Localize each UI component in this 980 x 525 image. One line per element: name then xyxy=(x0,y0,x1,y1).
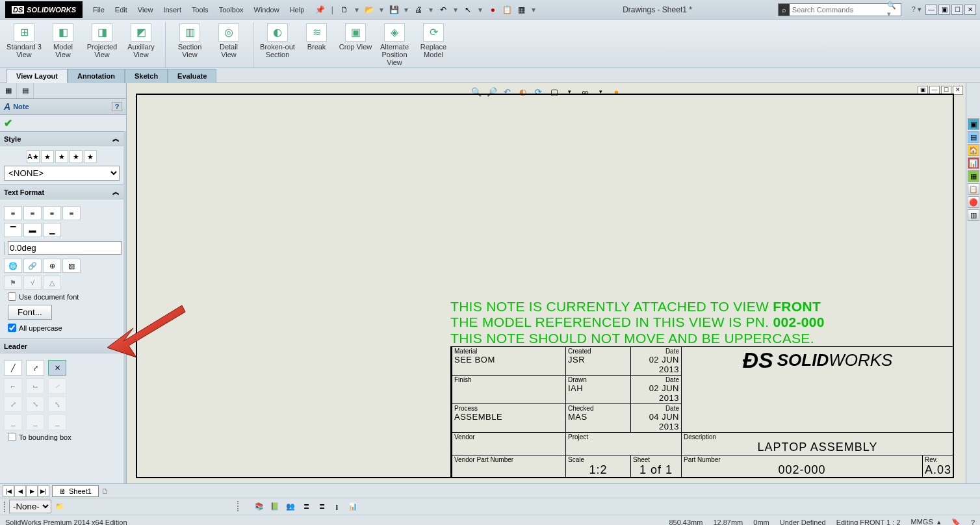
layer2-icon[interactable]: 📗 xyxy=(268,501,281,513)
add-symbol-icon[interactable]: ⊕ xyxy=(43,259,61,273)
search-commands[interactable]: ⌕ 🔍▾ xyxy=(778,3,901,16)
valign-bottom-icon[interactable]: ▁ xyxy=(43,223,61,237)
broken-out-section-button[interactable]: ◐Broken-out Section xyxy=(259,22,296,68)
select-icon[interactable]: ↖ xyxy=(463,5,473,15)
filter-icon[interactable]: 📁 xyxy=(55,502,64,511)
style-select[interactable]: <NONE> xyxy=(4,166,120,181)
property-manager-tab-icon[interactable]: ▤ xyxy=(17,83,34,98)
insert-hyperlink-icon[interactable]: 🌐 xyxy=(4,259,22,273)
to-bounding-box-checkbox[interactable] xyxy=(8,433,16,441)
menu-file[interactable]: File xyxy=(93,6,105,14)
help-button-icon[interactable]: ? xyxy=(112,102,122,111)
rgb-icon[interactable]: 🔴 xyxy=(968,196,979,208)
menu-toolbox[interactable]: Toolbox xyxy=(219,6,244,14)
align-left-icon[interactable]: ≡ xyxy=(4,206,22,220)
detail-view-button[interactable]: ◎Detail View xyxy=(210,22,248,60)
search-dropdown-icon[interactable]: 🔍▾ xyxy=(884,1,901,18)
add-sheet-icon[interactable]: 🗋 xyxy=(101,487,109,495)
align3-icon[interactable]: ⫿ xyxy=(331,501,344,513)
model-view-button[interactable]: ◧Model View xyxy=(44,22,82,60)
menu-view[interactable]: View xyxy=(138,6,153,14)
design-library-icon[interactable]: ▤ xyxy=(968,131,979,143)
all-uppercase-checkbox[interactable] xyxy=(8,324,16,332)
menu-window[interactable]: Window xyxy=(254,6,279,14)
break-button[interactable]: ≋Break xyxy=(298,22,335,68)
tab-view-layout[interactable]: View Layout xyxy=(6,69,68,83)
rebuild-icon[interactable]: ● xyxy=(487,5,498,15)
style-favorite-icon[interactable]: A★ xyxy=(27,150,40,163)
style-add-icon[interactable]: ★ xyxy=(41,150,54,163)
close-icon[interactable]: ✕ xyxy=(964,5,976,15)
forum-icon[interactable]: ▥ xyxy=(968,209,979,221)
align-center-icon[interactable]: ≡ xyxy=(23,206,42,220)
first-sheet-icon[interactable]: |◀ xyxy=(3,485,14,497)
options-icon[interactable]: 📋 xyxy=(502,5,512,15)
pattern-icon[interactable]: ▨ xyxy=(62,259,81,273)
status-help-icon[interactable]: ? xyxy=(971,519,975,525)
style-section-header[interactable]: Style︽ xyxy=(0,131,123,146)
alternate-position-view-button[interactable]: ◈Alternate Position View xyxy=(376,22,413,68)
auxiliary-view-button[interactable]: ◩Auxiliary View xyxy=(122,22,160,60)
style-delete-icon[interactable]: ★ xyxy=(55,150,68,163)
menu-help[interactable]: Help xyxy=(290,6,305,14)
last-sheet-icon[interactable]: ▶| xyxy=(38,485,49,497)
valign-middle-icon[interactable]: ▬ xyxy=(23,223,42,237)
undo-icon[interactable]: ↶ xyxy=(438,5,448,15)
restore-icon[interactable]: ▣ xyxy=(938,5,950,15)
menu-edit[interactable]: Edit xyxy=(115,6,127,14)
standard-3-view-button[interactable]: ⊞Standard 3 View xyxy=(5,22,43,60)
maximize-icon[interactable]: ☐ xyxy=(951,5,963,15)
open-icon[interactable]: 📂 xyxy=(364,5,374,15)
tab-evaluate[interactable]: Evaluate xyxy=(168,69,216,83)
tab-sketch[interactable]: Sketch xyxy=(125,69,168,83)
status-tag-icon[interactable]: 🔖 xyxy=(951,518,961,525)
save-icon[interactable]: 💾 xyxy=(389,5,399,15)
link-to-property-icon[interactable]: 🔗 xyxy=(23,259,42,273)
replace-model-button[interactable]: ⟳Replace Model xyxy=(415,22,452,68)
angle-spinner[interactable]: ▲▼ xyxy=(124,242,126,255)
filter-select[interactable]: -None- xyxy=(9,500,51,513)
layer3-icon[interactable]: 👥 xyxy=(284,501,297,513)
print-icon[interactable]: 🖨 xyxy=(413,5,424,15)
feature-tree-tab-icon[interactable]: ▦ xyxy=(0,83,17,98)
help-icon[interactable]: ? ▾ xyxy=(912,5,922,14)
menu-tools[interactable]: Tools xyxy=(192,6,209,14)
leader-none-icon[interactable]: ✕ xyxy=(48,360,66,376)
font-button[interactable]: Font... xyxy=(8,305,52,320)
doc-close-icon[interactable]: ✕ xyxy=(953,86,963,95)
status-units[interactable]: MMGS ▴ xyxy=(911,518,941,525)
minimize-icon[interactable]: — xyxy=(925,5,937,15)
align2-icon[interactable]: ≣ xyxy=(315,501,328,513)
prev-sheet-icon[interactable]: ◀ xyxy=(14,485,26,497)
drawing-canvas[interactable]: 🔍 🔎 ↶ ◐ ⟳ ▢ ▾ ∞ ▾ ● ▣ — ☐ ✕ THIS NOTE IS… xyxy=(127,83,966,483)
crop-view-button[interactable]: ▣Crop View xyxy=(337,22,374,68)
chart-icon[interactable]: 📊 xyxy=(346,501,359,513)
text-format-section-header[interactable]: Text Format︽ xyxy=(0,185,123,199)
appearances-icon[interactable]: ▦ xyxy=(968,170,979,182)
style-load-icon[interactable]: ★ xyxy=(84,150,97,163)
leader-style-2-icon[interactable]: ⤤ xyxy=(26,360,44,376)
align-icon[interactable]: ≣ xyxy=(300,501,313,513)
valign-top-icon[interactable]: ▔ xyxy=(4,223,22,237)
align-right-icon[interactable]: ≡ xyxy=(43,206,61,220)
style-save-icon[interactable]: ★ xyxy=(70,150,83,163)
custom-properties-icon[interactable]: 📋 xyxy=(968,183,979,195)
pushpin-icon[interactable]: 📌 xyxy=(315,5,325,15)
view-palette-icon[interactable]: 📊 xyxy=(968,157,979,169)
menu-insert[interactable]: Insert xyxy=(163,6,181,14)
tab-annotation[interactable]: Annotation xyxy=(68,69,125,83)
resources-icon[interactable]: ▣ xyxy=(968,118,979,130)
drawing-note[interactable]: THIS NOTE IS CURRENTLY ATTACHED TO VIEW … xyxy=(450,299,825,346)
screen-capture-icon[interactable]: ▦ xyxy=(516,5,526,15)
sheet-tab[interactable]: 🗎 Sheet1 xyxy=(52,485,99,497)
leader-section-header[interactable]: Leader︽ xyxy=(0,339,123,353)
angle-input[interactable] xyxy=(8,241,122,255)
next-sheet-icon[interactable]: ▶ xyxy=(26,485,38,497)
align-justify-icon[interactable]: ≡ xyxy=(62,206,81,220)
file-explorer-icon[interactable]: 🏠 xyxy=(968,144,979,156)
ok-icon[interactable]: ✔ xyxy=(4,118,12,129)
layer-icon[interactable]: 📚 xyxy=(253,501,266,513)
section-view-button[interactable]: ▥Section View xyxy=(171,22,209,60)
projected-view-button[interactable]: ◨Projected View xyxy=(83,22,121,60)
search-input[interactable] xyxy=(790,6,884,14)
